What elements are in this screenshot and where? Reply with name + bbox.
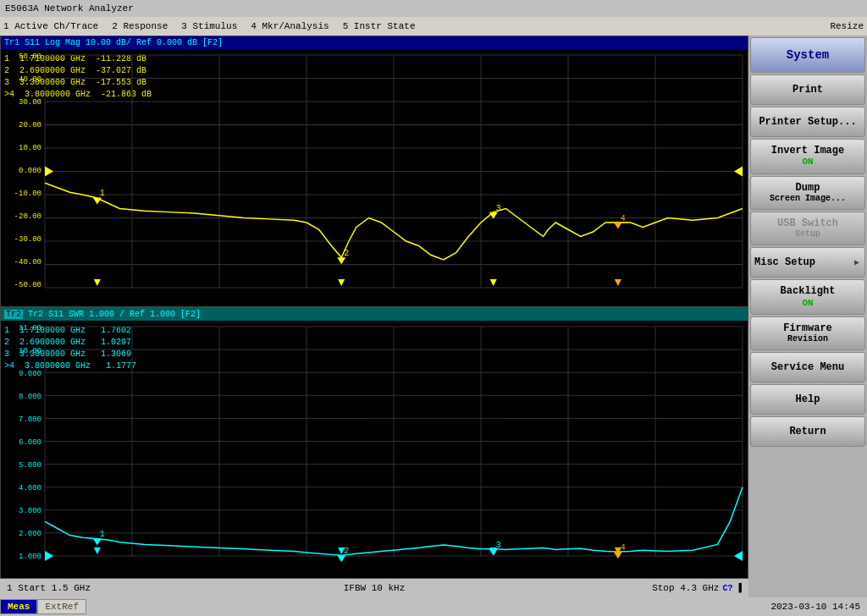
dump-screen-button[interactable]: Dump Screen Image... (750, 176, 865, 210)
app-title: E5063A Network Analyzer (5, 3, 134, 14)
return-button[interactable]: Return (750, 416, 865, 447)
usb-switch-button[interactable]: USB Switch Setup (750, 212, 865, 245)
status-bar: 1 Start 1.5 GHz IFBW 10 kHz Stop 4.3 GHz… (0, 579, 748, 597)
title-bar: E5063A Network Analyzer (0, 0, 867, 17)
extref-tab[interactable]: ExtRef (37, 599, 86, 614)
resize-button[interactable]: Resize (830, 21, 864, 31)
meas-tab[interactable]: Meas (0, 599, 37, 614)
invert-image-button[interactable]: Invert Image ON (750, 139, 865, 174)
datetime: 2023-03-10 14:45 (764, 602, 867, 612)
bottom-bar: Meas ExtRef 2023-03-10 14:45 (0, 597, 867, 616)
firmware-revision-button[interactable]: Firmware Revision (750, 316, 865, 350)
service-menu-button[interactable]: Service Menu (750, 352, 865, 382)
menu-active-trace[interactable]: 1 Active Ch/Trace (3, 21, 98, 31)
menu-stimulus[interactable]: 3 Stimulus (181, 21, 237, 31)
main-area: Tr1 S11 Log Mag 10.00 dB/ Ref 0.000 dB [… (0, 36, 867, 597)
misc-setup-button[interactable]: Misc Setup ▶ (750, 247, 865, 278)
printer-setup-button[interactable]: Printer Setup... (750, 107, 865, 137)
help-button[interactable]: Help (750, 384, 865, 415)
menu-instr-state[interactable]: 5 Instr State (343, 21, 416, 31)
chart-bottom-canvas (1, 308, 748, 578)
status-start: 1 Start 1.5 GHz (0, 583, 250, 593)
menu-mkr-analysis[interactable]: 4 Mkr/Analysis (251, 21, 329, 31)
status-ifbw: IFBW 10 kHz (250, 583, 500, 593)
chart-area: Tr1 S11 Log Mag 10.00 dB/ Ref 0.000 dB [… (0, 36, 748, 597)
chart-top: Tr1 S11 Log Mag 10.00 dB/ Ref 0.000 dB [… (0, 36, 748, 307)
chart-top-canvas (1, 36, 748, 306)
backlight-button[interactable]: Backlight ON (750, 279, 865, 315)
print-button[interactable]: Print (750, 74, 865, 105)
menu-response[interactable]: 2 Response (112, 21, 168, 31)
status-stop: Stop 4.3 GHz C? ▐ (499, 583, 748, 593)
right-panel: System Print Printer Setup... Invert Ima… (748, 36, 867, 597)
system-button[interactable]: System (750, 37, 865, 73)
misc-setup-arrow: ▶ (854, 257, 859, 267)
menu-bar: 1 Active Ch/Trace 2 Response 3 Stimulus … (0, 17, 867, 36)
chart-bottom: Tr2 Tr2 S11 SWR 1.000 / Ref 1.000 [F2] 1… (0, 307, 748, 579)
